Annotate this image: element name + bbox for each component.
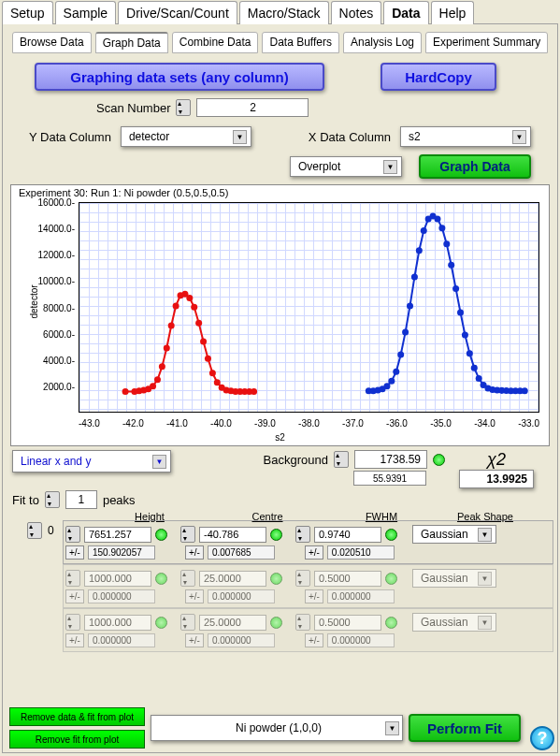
xdata-dropdown[interactable]: s2▼	[400, 126, 531, 147]
height-stepper	[65, 570, 80, 587]
svg-point-44	[438, 225, 445, 231]
height-err	[88, 545, 155, 560]
svg-point-6	[154, 376, 161, 383]
subtab-buffers[interactable]: Data Buffers	[262, 32, 338, 53]
plot-area[interactable]	[79, 202, 539, 413]
chevron-down-icon: ▼	[152, 455, 166, 469]
subtab-log[interactable]: Analysis Log	[343, 32, 422, 53]
peak-row: Gaussian▼ +/- +/- +/-	[63, 608, 553, 652]
height-value	[84, 571, 151, 587]
dataset-dropdown[interactable]: Ni powder (1,0,0) ▼	[151, 715, 403, 741]
shape-dropdown: Gaussian▼	[412, 569, 496, 588]
fwhm-stepper	[295, 614, 310, 631]
f-led-icon	[385, 529, 397, 541]
fwhm-stepper	[295, 570, 310, 587]
height-value	[84, 615, 151, 631]
hardcopy-button[interactable]: HardCopy	[381, 63, 496, 91]
subtab-summary[interactable]: Experiment Summary	[425, 32, 548, 53]
graph-data-button[interactable]: Graph Data	[419, 154, 531, 179]
subtab-combine[interactable]: Combine Data	[172, 32, 259, 53]
subtab-browse[interactable]: Browse Data	[12, 32, 92, 53]
tab-help[interactable]: Help	[431, 1, 475, 24]
fwhm-value	[314, 615, 381, 631]
peak-index: 0	[48, 524, 54, 537]
chevron-down-icon: ▼	[383, 160, 397, 174]
svg-point-46	[448, 262, 454, 269]
svg-point-19	[214, 379, 221, 385]
svg-point-7	[159, 363, 165, 370]
height-header: Height	[89, 511, 210, 522]
svg-point-62	[522, 387, 528, 394]
svg-point-14	[191, 304, 197, 311]
c-led-icon	[270, 617, 282, 629]
centre-err	[208, 633, 275, 647]
svg-point-39	[416, 247, 423, 254]
bg-stepper[interactable]	[334, 451, 349, 468]
remove-data-fit-button[interactable]: Remove data & fit from plot	[9, 707, 145, 726]
svg-point-8	[164, 344, 170, 351]
tab-notes[interactable]: Notes	[331, 1, 382, 24]
main-panel: Browse Data Graph Data Combine Data Data…	[2, 23, 558, 753]
pm-label: +/-	[65, 545, 84, 560]
svg-point-5	[150, 383, 156, 389]
scan-number-field[interactable]: 2	[196, 98, 309, 117]
svg-point-9	[168, 323, 175, 329]
bg-error: 55.9391	[353, 471, 426, 486]
svg-point-43	[434, 215, 440, 222]
fwhm-header: FWHM	[324, 511, 438, 522]
height-value[interactable]	[84, 527, 151, 543]
svg-point-37	[407, 302, 413, 309]
graphing-sets-button[interactable]: Graphing data sets (any column)	[35, 63, 324, 91]
scale-dropdown[interactable]: Linear x and y▼	[12, 450, 171, 472]
peak-index-stepper[interactable]	[27, 522, 42, 539]
svg-point-49	[462, 331, 468, 338]
h-led-icon	[155, 573, 167, 585]
svg-point-45	[443, 240, 450, 247]
chevron-down-icon: ▼	[233, 130, 247, 144]
x-axis-label: s2	[275, 432, 285, 443]
bg-value[interactable]: 1738.59	[354, 450, 427, 469]
svg-point-50	[467, 350, 473, 356]
fwhm-stepper[interactable]	[295, 526, 310, 543]
centre-err	[208, 545, 275, 560]
pm-label: +/-	[65, 589, 84, 603]
chevron-down-icon: ▼	[385, 721, 399, 735]
centre-header: Centre	[210, 511, 324, 522]
tab-setup[interactable]: Setup	[2, 1, 53, 24]
fit-to-label: Fit to	[12, 493, 39, 507]
fwhm-value	[314, 571, 381, 587]
chi2-value: 13.9925	[459, 470, 534, 488]
subtab-graph[interactable]: Graph Data	[95, 32, 168, 53]
help-icon[interactable]: ?	[530, 726, 554, 750]
fit-peaks-value[interactable]: 1	[65, 490, 97, 509]
tab-data[interactable]: Data	[383, 1, 428, 24]
fwhm-value[interactable]	[314, 527, 381, 543]
height-stepper[interactable]	[65, 526, 80, 543]
shape-dropdown[interactable]: Gaussian▼	[412, 525, 496, 544]
background-label: Background	[264, 453, 328, 467]
overplot-dropdown[interactable]: Overplot▼	[290, 156, 402, 177]
centre-stepper[interactable]	[180, 526, 195, 543]
remove-fit-button[interactable]: Remove fit from plot	[9, 730, 145, 749]
svg-point-52	[476, 375, 482, 382]
centre-value[interactable]	[199, 527, 266, 543]
c-led-icon	[270, 529, 282, 541]
perform-fit-button[interactable]: Perform Fit	[409, 714, 521, 742]
ydata-label: Y Data Column	[29, 130, 111, 144]
fit-peaks-stepper[interactable]	[45, 491, 60, 508]
centre-err	[208, 589, 275, 603]
h-led-icon	[155, 617, 167, 629]
ydata-dropdown[interactable]: detector▼	[121, 126, 251, 147]
tab-macro[interactable]: Macro/Stack	[239, 1, 329, 24]
sub-tab-bar: Browse Data Graph Data Combine Data Data…	[12, 32, 553, 53]
svg-point-47	[452, 285, 459, 292]
svg-point-40	[421, 227, 427, 234]
svg-point-16	[200, 338, 207, 344]
svg-point-32	[383, 383, 390, 389]
tab-sample[interactable]: Sample	[55, 1, 116, 24]
f-led-icon	[385, 617, 397, 629]
svg-point-36	[402, 329, 409, 336]
scan-number-label: Scan Number	[96, 101, 170, 115]
scan-number-stepper[interactable]	[176, 99, 191, 116]
tab-drive[interactable]: Drive/Scan/Count	[118, 1, 237, 24]
